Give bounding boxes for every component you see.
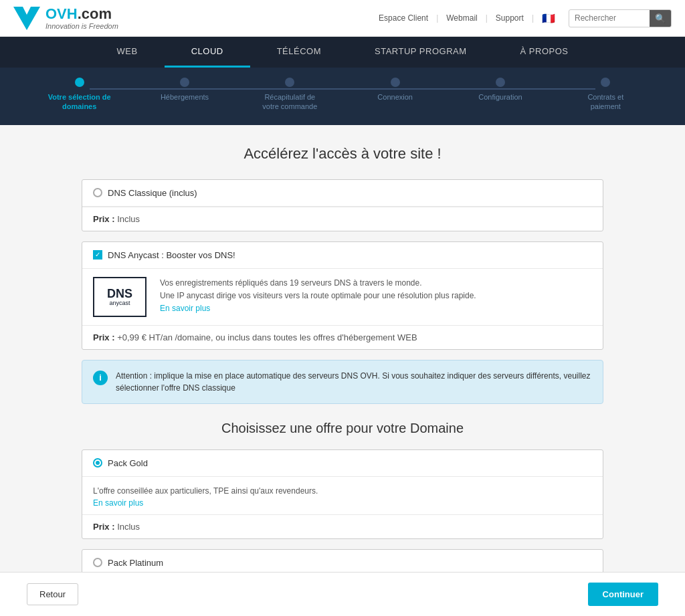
pack-gold-price-label: Prix : [93,522,115,532]
dns-logo-sub: anycast [109,300,130,306]
steps-container: Votre sélection dedomaines Hébergements … [27,78,658,112]
top-bar: OVH.com Innovation is Freedom Espace Cli… [0,0,685,37]
info-box: i Attention : implique la mise en place … [82,360,603,404]
step-5-label: Configuration [478,92,522,102]
pack-gold-description: L'offre conseillée aux particuliers, TPE… [93,486,592,496]
info-text: Attention : implique la mise en place au… [116,370,592,394]
dns-anycast-learn-more[interactable]: En savoir plus [160,304,210,313]
step-3-label: Récapitulatif devotre commande [262,92,317,112]
top-links: Espace Client | Webmail | Support | 🇫🇷 🔍 [379,9,672,27]
nav-startup[interactable]: STARTUP PROGRAM [348,37,494,68]
nav-web[interactable]: WEB [90,37,165,68]
logo: OVH.com Innovation is Freedom [13,6,118,30]
dns-anycast-price-value: +0,99 € HT/an /domaine, ou inclus dans t… [117,332,417,342]
dns-classic-price: Prix : Inclus [82,207,603,231]
step-5-dot [496,78,505,87]
section-title: Choisissez une offre pour votre Domaine [82,421,603,436]
dns-anycast-checkbox[interactable] [93,250,102,260]
step-4-dot [391,78,400,87]
pack-gold-label: Pack Gold [108,458,148,468]
steps-bar: Votre sélection dedomaines Hébergements … [0,68,685,125]
step-4-label: Connexion [377,92,413,102]
logo-tagline: Innovation is Freedom [45,22,118,30]
main-content: Accélérez l'accès à votre site ! DNS Cla… [68,125,617,616]
dns-anycast-body: DNS anycast Vos enregistrements répliqué… [82,269,603,325]
dns-anycast-price-label: Prix : [93,332,115,342]
dns-logo-text: DNS [107,288,132,300]
step-4: Connexion [342,78,448,102]
step-2: Hébergements [132,78,237,102]
dns-anycast-desc-2: Une IP anycast dirige vos visiteurs vers… [160,290,476,302]
retour-button[interactable]: Retour [27,583,78,605]
step-3: Récapitulatif devotre commande [237,78,342,112]
step-1-dot [75,78,84,87]
ovh-logo-icon [13,7,40,30]
pack-platinum-label: Pack Platinum [108,558,163,568]
dns-classic-header[interactable]: DNS Classique (inclus) [82,180,603,207]
page-title: Accélérez l'accès à votre site ! [82,145,603,163]
svg-marker-0 [13,7,40,30]
logo-ovh: OVH.com [45,6,118,22]
pack-platinum-radio[interactable] [93,558,102,567]
pack-gold-radio[interactable] [93,458,102,468]
search-input[interactable] [569,11,650,25]
nav-apropos[interactable]: À PROPOS [494,37,595,68]
dns-anycast-card[interactable]: DNS Anycast : Booster vos DNS! DNS anyca… [82,241,603,350]
dns-classic-label: DNS Classique (inclus) [108,188,197,198]
step-2-label: Hébergements [161,92,209,102]
pack-gold-learn-more[interactable]: En savoir plus [93,498,592,508]
dns-classic-radio[interactable] [93,188,102,197]
pack-gold-header[interactable]: Pack Gold [82,450,603,477]
dns-anycast-price: Prix : +0,99 € HT/an /domaine, ou inclus… [82,325,603,349]
step-6-dot [601,78,610,87]
step-5: Configuration [448,78,553,102]
dns-anycast-desc-1: Vos enregistrements répliqués dans 19 se… [160,277,476,290]
continuer-button[interactable]: Continuer [588,583,658,606]
support-link[interactable]: Support [496,13,524,23]
footer-bar: Retour Continuer [0,572,685,616]
search-button[interactable]: 🔍 [650,10,671,27]
pack-gold-price-value: Inclus [117,522,140,532]
dns-anycast-header[interactable]: DNS Anycast : Booster vos DNS! [82,242,603,269]
step-1-label: Votre sélection dedomaines [48,92,111,112]
pack-gold-card[interactable]: Pack Gold L'offre conseillée aux particu… [82,449,603,539]
dns-anycast-label: DNS Anycast : Booster vos DNS! [108,250,235,260]
nav-cloud[interactable]: CLOUD [165,37,250,68]
logo-text: OVH.com Innovation is Freedom [45,6,118,30]
dns-classic-price-label: Prix : [93,214,115,224]
flag-icon: 🇫🇷 [542,12,555,25]
dns-anycast-description: Vos enregistrements répliqués dans 19 se… [160,277,476,316]
step-6-label: Contrats etpaiement [587,92,623,112]
dns-anycast-logo: DNS anycast [93,277,146,317]
search-box: 🔍 [569,9,672,27]
dns-classic-price-value: Inclus [117,214,140,224]
step-2-dot [180,78,189,87]
pack-gold-body: L'offre conseillée aux particuliers, TPE… [82,477,603,514]
nav-telecom[interactable]: TÉLÉCOM [250,37,348,68]
step-6: Contrats etpaiement [553,78,658,112]
step-3-dot [285,78,294,87]
espace-client-link[interactable]: Espace Client [379,13,428,23]
info-icon: i [93,371,108,385]
step-1: Votre sélection dedomaines [27,78,132,112]
dns-classic-card[interactable]: DNS Classique (inclus) Prix : Inclus [82,179,603,231]
webmail-link[interactable]: Webmail [446,13,477,23]
pack-gold-price: Prix : Inclus [82,514,603,538]
main-nav: WEB CLOUD TÉLÉCOM STARTUP PROGRAM À PROP… [0,37,685,68]
